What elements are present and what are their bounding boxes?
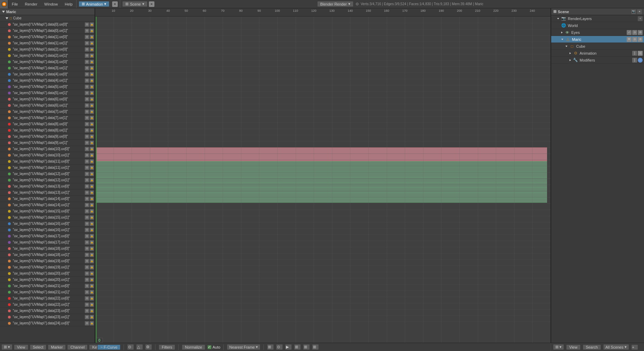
tree-icon-cam-14[interactable]: ⊙ <box>85 110 89 114</box>
eye-icon-46[interactable] <box>7 308 12 313</box>
eye-icon-0[interactable] <box>7 22 12 27</box>
tree-item-36[interactable]: "uv_layers[\"UVMap\"].data[18].uv[0]"⊙🔒 <box>0 246 95 252</box>
tree-icon-cam-20[interactable]: ⊙ <box>85 147 89 151</box>
tree-icon-lock-25[interactable]: 🔒 <box>90 178 94 182</box>
playback-btn-3[interactable]: ⚙ <box>145 344 152 350</box>
tree-icon-lock-13[interactable]: 🔒 <box>90 103 94 108</box>
tree-item-6[interactable]: "uv_layers[\"UVMap\"].data[3].uv[0]"⊙🔒 <box>0 59 95 65</box>
eye-icon-37[interactable] <box>7 252 12 257</box>
tree-icon-cam-13[interactable]: ⊙ <box>85 103 89 108</box>
modifiers-btn-1[interactable]: | <box>632 58 637 63</box>
tree-root-cube[interactable]: □ Cube <box>0 15 95 21</box>
tree-icon-lock-16[interactable]: 🔒 <box>90 122 94 126</box>
tree-icon-lock-42[interactable]: 🔒 <box>90 284 94 288</box>
tree-icon-lock-3[interactable]: 🔒 <box>90 41 94 45</box>
tree-icon-lock-17[interactable]: 🔒 <box>90 128 94 132</box>
tree-icon-lock-7[interactable]: 🔒 <box>90 66 94 70</box>
eye-icon-11[interactable] <box>7 91 12 95</box>
tree-item-19[interactable]: "uv_layers[\"UVMap\"].data[9].uv[1]"⊙🔒 <box>0 140 95 146</box>
tree-item-43[interactable]: "uv_layers[\"UVMap\"].data[21].uv[1]"⊙🔒 <box>0 289 95 295</box>
bottom-btn-marker[interactable]: Marker <box>48 344 66 350</box>
eye-icon-23[interactable] <box>7 165 12 170</box>
eye-icon-1[interactable] <box>7 28 12 33</box>
tree-item-28[interactable]: "uv_layers[\"UVMap\"].data[14].uv[0]"⊙🔒 <box>0 196 95 202</box>
tree-icon-cam-17[interactable]: ⊙ <box>85 128 89 132</box>
tree-icon-lock-40[interactable]: 🔒 <box>90 271 94 276</box>
tree-item-44[interactable]: "uv_layers[\"UVMap\"].data[22].uv[0]"⊙🔒 <box>0 295 95 302</box>
tree-item-23[interactable]: "uv_layers[\"UVMap\"].data[11].uv[1]"⊙🔒 <box>0 165 95 171</box>
tree-icon-cam-15[interactable]: ⊙ <box>85 116 89 120</box>
tree-icon-lock-4[interactable]: 🔒 <box>90 47 94 52</box>
tree-item-29[interactable]: "uv_layers[\"UVMap\"].data[14].uv[1]"⊙🔒 <box>0 202 95 208</box>
timeline-content[interactable]: 0 <box>95 17 551 343</box>
tree-item-20[interactable]: "uv_layers[\"UVMap\"].data[10].uv[0]"⊙🔒 <box>0 146 95 152</box>
playback-btn-1[interactable]: ⊙ <box>127 344 134 350</box>
tree-icon-lock-20[interactable]: 🔒 <box>90 147 94 151</box>
eye-icon-43[interactable] <box>7 290 12 295</box>
tree-item-45[interactable]: "uv_layers[\"UVMap\"].data[22].uv[1]"⊙🔒 <box>0 302 95 308</box>
tree-item-25[interactable]: "uv_layers[\"UVMap\"].data[12].uv[1]"⊙🔒 <box>0 177 95 183</box>
tree-item-42[interactable]: "uv_layers[\"UVMap\"].data[21].uv[0]"⊙🔒 <box>0 283 95 289</box>
tree-icon-cam-38[interactable]: ⊙ <box>85 259 89 263</box>
tree-item-39[interactable]: "uv_layers[\"UVMap\"].data[19].uv[1]"⊙🔒 <box>0 264 95 270</box>
editor-type-left[interactable]: ⊞ Animation ▾ <box>79 1 110 7</box>
tree-item-13[interactable]: "uv_layers[\"UVMap\"].data[6].uv[1]"⊙🔒 <box>0 102 95 109</box>
tree-icon-cam-6[interactable]: ⊙ <box>85 60 89 64</box>
tree-icon-lock-0[interactable]: 🔒 <box>90 22 94 27</box>
tree-icon-cam-28[interactable]: ⊙ <box>85 197 89 201</box>
tree-icon-lock-30[interactable]: 🔒 <box>90 209 94 213</box>
tree-icon-lock-22[interactable]: 🔒 <box>90 159 94 164</box>
tree-item-35[interactable]: "uv_layers[\"UVMap\"].data[17].uv[1]"⊙🔒 <box>0 239 95 246</box>
tree-item-4[interactable]: "uv_layers[\"UVMap\"].data[2].uv[0]"⊙🔒 <box>0 46 95 53</box>
tree-icon-lock-8[interactable]: 🔒 <box>90 72 94 76</box>
tree-icon-cam-46[interactable]: ⊙ <box>85 309 89 313</box>
tree-icon-lock-35[interactable]: 🔒 <box>90 240 94 244</box>
tree-icon-cam-29[interactable]: ⊙ <box>85 203 89 207</box>
eye-icon-38[interactable] <box>7 259 12 264</box>
playback-icon-2[interactable]: ⊙ <box>276 344 283 350</box>
eye-icon-28[interactable] <box>7 196 12 201</box>
tree-icon-lock-39[interactable]: 🔒 <box>90 265 94 269</box>
playback-icon-1[interactable]: ⊞ <box>267 344 274 350</box>
tree-icon-lock-2[interactable]: 🔒 <box>90 35 94 39</box>
scene-selector[interactable]: ⊞ Scene ▾ <box>122 1 147 7</box>
animation-btn-2[interactable]: ⊙ <box>638 51 643 56</box>
tree-item-26[interactable]: "uv_layers[\"UVMap\"].data[13].uv[0]"⊙🔒 <box>0 183 95 190</box>
tree-item-5[interactable]: "uv_layers[\"UVMap\"].data[2].uv[1]"⊙🔒 <box>0 53 95 59</box>
tree-item-7[interactable]: "uv_layers[\"UVMap\"].data[3].uv[1]"⊙🔒 <box>0 65 95 71</box>
tree-icon-cam-37[interactable]: ⊙ <box>85 253 89 257</box>
eye-icon-6[interactable] <box>7 59 12 64</box>
tree-icon-cam-0[interactable]: ⊙ <box>85 22 89 27</box>
menu-help[interactable]: Help <box>61 0 76 8</box>
eye-icon-34[interactable] <box>7 234 12 239</box>
outliner-item-world[interactable]: 🌐 World <box>551 22 644 29</box>
bottom-right-icon[interactable]: + <box>631 344 638 350</box>
maric-btn-1[interactable]: 👁 <box>627 37 632 42</box>
tree-item-24[interactable]: "uv_layers[\"UVMap\"].data[12].uv[0]"⊙🔒 <box>0 171 95 177</box>
fcurve-mode-btn[interactable]: ~ F-Curve <box>97 344 120 350</box>
tree-icon-cam-45[interactable]: ⊙ <box>85 303 89 307</box>
tree-item-34[interactable]: "uv_layers[\"UVMap\"].data[17].uv[0]"⊙🔒 <box>0 233 95 239</box>
nearest-frame-dropdown[interactable]: Nearest Frame ▾ <box>227 344 260 350</box>
eye-icon-22[interactable] <box>7 159 12 164</box>
eye-icon-27[interactable] <box>7 190 12 195</box>
tree-item-27[interactable]: "uv_layers[\"UVMap\"].data[13].uv[1]"⊙🔒 <box>0 190 95 196</box>
eye-icon-7[interactable] <box>7 66 12 71</box>
tree-icon-cam-22[interactable]: ⊙ <box>85 159 89 164</box>
tree-item-33[interactable]: "uv_layers[\"UVMap\"].data[16].uv[1]"⊙🔒 <box>0 227 95 233</box>
eye-icon-35[interactable] <box>7 240 12 245</box>
tree-icon-cam-40[interactable]: ⊙ <box>85 271 89 276</box>
bottom-right-editor-type[interactable]: ⊞ ▾ <box>553 344 564 350</box>
tree-item-21[interactable]: "uv_layers[\"UVMap\"].data[10].uv[1]"⊙🔒 <box>0 152 95 158</box>
eye-icon-40[interactable] <box>7 271 12 276</box>
auto-checkbox[interactable]: ✓ <box>207 345 212 349</box>
tree-item-9[interactable]: "uv_layers[\"UVMap\"].data[4].uv[1]"⊙🔒 <box>0 77 95 84</box>
filters-btn[interactable]: Filters <box>159 344 175 350</box>
eye-icon-25[interactable] <box>7 178 12 183</box>
bottom-right-search[interactable]: Search <box>583 344 601 350</box>
playback-icon-3[interactable]: ▶ <box>285 344 292 350</box>
eye-icon-16[interactable] <box>7 122 12 127</box>
tree-icon-lock-27[interactable]: 🔒 <box>90 191 94 195</box>
tree-icon-lock-32[interactable]: 🔒 <box>90 222 94 226</box>
eye-icon-12[interactable] <box>7 97 12 102</box>
